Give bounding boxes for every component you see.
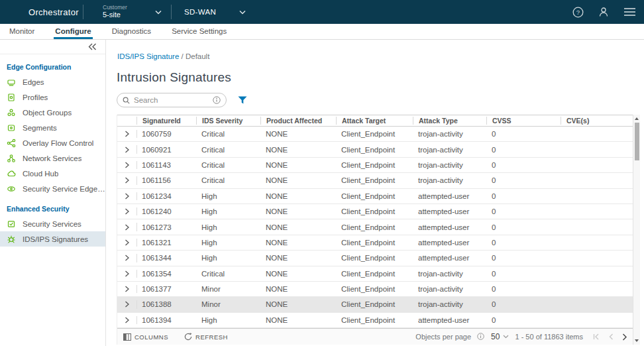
expand-chevron-icon[interactable] [125,224,130,231]
tab-diagnostics[interactable]: Diagnostics [111,27,152,39]
cell-signature-id: 1061388 [136,300,196,308]
cell-cvss: 0 [486,176,561,184]
sidebar-item-edges[interactable]: Edges [0,74,105,89]
sidebar-item-security-service-edge[interactable]: Security Service Edge (SS... [0,181,105,196]
sidebar-item-label: Overlay Flow Control [23,139,93,147]
customer-selector[interactable]: Customer 5-site [83,0,171,24]
user-icon[interactable] [598,7,610,18]
info-icon[interactable] [213,96,221,104]
tab-configure[interactable]: Configure [54,27,92,39]
expand-chevron-icon[interactable] [125,301,130,308]
previous-page-icon[interactable] [608,333,614,340]
product-selector[interactable]: SD-WAN [172,0,255,24]
main-tabbar: Monitor Configure Diagnostics Service Se… [0,24,644,40]
cell-attack-type: trojan-activity [413,176,486,184]
sidebar-section-title: Edge Configuration [7,63,105,71]
next-page-icon[interactable] [622,333,627,341]
table-row[interactable]: 1061344HighNONEClient_Endpointattempted-… [117,251,640,266]
columns-button[interactable]: COLUMNS [123,333,168,341]
expand-cell [117,224,136,231]
scrollbar-thumb[interactable] [635,123,639,160]
help-icon[interactable]: ? [572,7,584,18]
main-content: IDS/IPS Signature / Default Intrusion Si… [107,40,644,346]
breadcrumb-separator: / [182,52,184,60]
expand-chevron-icon[interactable] [125,177,130,184]
cell-attack-target: Client_Endpoint [336,192,413,200]
cell-attack-target: Client_Endpoint [336,161,413,169]
sidebar-item-profiles[interactable]: Profiles [0,89,105,105]
expand-chevron-icon[interactable] [125,193,130,200]
expand-chevron-icon[interactable] [125,131,130,137]
table-row[interactable]: 1061143CriticalNONEClient_Endpointtrojan… [117,158,640,173]
column-header-cves[interactable]: CVE(s) [561,117,640,125]
expand-chevron-icon[interactable] [125,270,130,277]
table-row[interactable]: 1061388MinorNONEClient_Endpointtrojan-ac… [117,297,640,312]
cell-signature-id: 1061354 [136,270,196,278]
cell-cvss: 0 [486,316,561,324]
table-row[interactable]: 1061234HighNONEClient_Endpointattempted-… [117,189,640,204]
sidebar-item-object-groups[interactable]: Object Groups [0,105,105,120]
expand-chevron-icon[interactable] [125,208,130,215]
tab-service-settings[interactable]: Service Settings [170,27,228,39]
profiles-icon [7,93,16,102]
tab-monitor[interactable]: Monitor [8,27,36,39]
sidebar-item-overlay-flow-control[interactable]: Overlay Flow Control [0,135,105,150]
table-row[interactable]: 1061354CriticalNONEClient_Endpointtrojan… [117,266,640,282]
expand-chevron-icon[interactable] [125,162,130,168]
sidebar-item-label: Segments [23,124,57,132]
collapse-sidebar-icon[interactable] [88,43,97,50]
product-name: SD-WAN [184,8,216,16]
table-row[interactable]: 1060759CriticalNONEClient_Endpointtrojan… [117,127,640,142]
expand-chevron-icon[interactable] [125,255,130,261]
cell-attack-type: attempted-user [413,207,486,215]
table-footer: COLUMNS REFRESH Objects per page 50 [117,328,633,345]
expand-cell [117,177,136,184]
table-row[interactable]: 1061394HighNONEClient_Endpointattempted-… [117,313,640,328]
table-row[interactable]: 1061377MinorNONEClient_Endpointtrojan-ac… [117,282,640,297]
table-row[interactable]: 1061156CriticalNONEClient_Endpointtrojan… [117,173,640,188]
expand-chevron-icon[interactable] [125,146,130,153]
sidebar-item-segments[interactable]: Segments [0,120,105,135]
expand-chevron-icon[interactable] [125,286,130,292]
column-header-signature-id[interactable]: SignatureId [136,117,196,125]
table-row[interactable]: 1060921CriticalNONEClient_Endpointtrojan… [117,142,640,157]
cell-ids-severity: Critical [196,270,260,278]
column-header-cvss[interactable]: CVSS [486,117,561,125]
cell-attack-target: Client_Endpoint [336,285,413,293]
per-page-info-icon[interactable] [477,333,485,341]
sidebar-item-ids-ips-signatures[interactable]: IDS/IPS Signatures [0,231,105,247]
breadcrumb-link[interactable]: IDS/IPS Signature [117,52,179,60]
table-row[interactable]: 1061321HighNONEClient_Endpointattempted-… [117,235,640,251]
cell-attack-target: Client_Endpoint [336,207,413,215]
expand-chevron-icon[interactable] [125,317,130,323]
columns-icon [123,333,131,341]
column-header-attack-target[interactable]: Attack Target [336,117,413,125]
search-input[interactable] [134,96,209,104]
expand-cell [117,162,136,168]
scroll-down-icon[interactable] [635,339,639,342]
cell-cvss: 0 [486,146,561,154]
per-page-select[interactable]: 50 [491,332,509,341]
cell-ids-severity: High [196,223,260,231]
vertical-scrollbar[interactable] [633,115,640,345]
table-row[interactable]: 1061240HighNONEClient_Endpointattempted-… [117,204,640,219]
expand-chevron-icon[interactable] [125,239,130,246]
first-page-icon[interactable] [593,333,600,340]
svg-text:?: ? [576,9,580,16]
filter-icon[interactable] [238,96,247,104]
table-row[interactable]: 1061273HighNONEClient_Endpointattempted-… [117,219,640,235]
scroll-up-icon[interactable] [635,117,639,120]
column-header-product-affected[interactable]: Product Affected [260,117,336,125]
sidebar-item-network-services[interactable]: Network Services [0,150,105,166]
column-header-attack-type[interactable]: Attack Type [413,117,486,125]
refresh-icon [184,333,192,341]
sidebar-item-security-services[interactable]: Security Services [0,216,105,231]
expand-cell [117,255,136,261]
cell-product-affected: NONE [260,316,336,324]
cell-attack-type: attempted-user [413,192,486,200]
hamburger-menu-icon[interactable] [623,7,636,17]
refresh-button[interactable]: REFRESH [184,333,228,341]
sidebar-item-cloud-hub[interactable]: Cloud Hub [0,166,105,181]
cell-attack-type: trojan-activity [413,285,486,293]
column-header-ids-severity[interactable]: IDS Severity [196,117,260,125]
